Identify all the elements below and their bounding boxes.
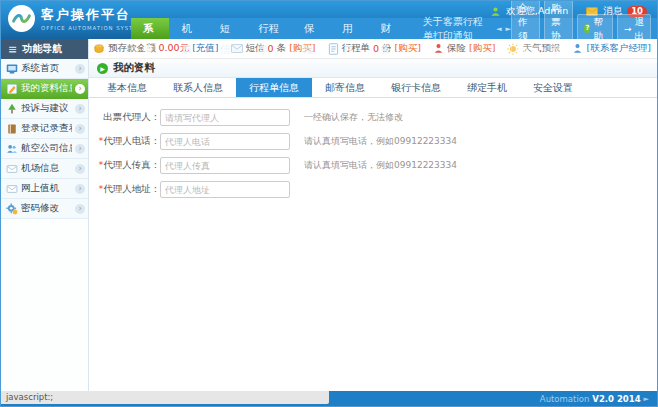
logo-swirl-icon (8, 5, 35, 32)
document-icon (328, 43, 339, 55)
sms-envelope-icon (231, 44, 243, 53)
edit-icon (6, 83, 18, 95)
tab-security-settings[interactable]: 安全设置 (520, 78, 586, 97)
agent-name-hint: 一经确认保存，无法修改 (304, 111, 403, 124)
help-button[interactable]: ?帮助 (577, 14, 613, 44)
chevron-right-icon: › (75, 164, 85, 174)
chevron-right-icon: › (75, 84, 85, 94)
agent-name-input[interactable] (160, 109, 290, 126)
sidebar-title: 功能导航 (22, 42, 62, 56)
agent-fax-hint: 请认真填写电话，例如09912223334 (304, 159, 457, 172)
nav-tab-insurance[interactable]: 保险 (292, 18, 330, 39)
agent-address-input[interactable] (160, 181, 290, 198)
nav-tab-sms[interactable]: 短信 (208, 18, 246, 39)
sms-unit: 条 (277, 42, 287, 55)
insurance-person-icon (433, 43, 444, 54)
form-row: *代理人地址 : (89, 181, 657, 198)
book-icon (6, 123, 18, 135)
content-header: ▶ 我的资料 (89, 59, 657, 78)
chevron-right-icon: › (75, 184, 85, 194)
chevron-right-icon: › (75, 64, 85, 74)
help-icon: ? (584, 24, 590, 33)
chevron-right-icon: › (75, 144, 85, 154)
sidebar-item-airports[interactable]: 机场信息 › (1, 159, 88, 179)
recharge-link[interactable]: [充值] (192, 42, 218, 55)
tab-bind-phone[interactable]: 绑定手机 (454, 78, 520, 97)
agent-address-label: 代理人地址 : (103, 183, 157, 194)
page-title: 我的资料 (113, 61, 155, 75)
tab-basic-info[interactable]: 基本信息 (94, 78, 160, 97)
top-header: 客户操作平台 OFFICE AUTOMATION SYSTEM 欢迎您,Admi… (1, 1, 657, 39)
form-row: *代理人传真 : 请认真填写电话，例如09912223334 (89, 157, 657, 174)
browser-status-text: javascript:; (1, 391, 329, 404)
sidebar: ≡ 功能导航 系统首页 › 我的资料信息 › 投诉与建议 › 登录记录查看 (1, 39, 89, 391)
nav-tab-finance[interactable]: 财务 (368, 18, 406, 39)
chevron-right-icon: › (75, 204, 85, 214)
tab-contact-info[interactable]: 联系人信息 (160, 78, 236, 97)
nav-tab-users[interactable]: 用户 (330, 18, 368, 39)
monitor-icon (6, 63, 18, 75)
sidebar-item-online-checkin[interactable]: 网上值机 › (1, 179, 88, 199)
contact-manager-link[interactable]: [联系客户经理] (586, 42, 650, 55)
agent-fax-label: 代理人传真 : (103, 159, 157, 170)
app-window: 客户操作平台 OFFICE AUTOMATION SYSTEM 欢迎您,Admi… (0, 0, 658, 407)
menu-icon: ≡ (8, 43, 17, 56)
insurance-buy-link[interactable]: [购买] (469, 42, 495, 55)
form-row: *代理人电话 : 请认真填写电话，例如09912223334 (89, 133, 657, 150)
nav-tab-tickets[interactable]: 机票 (169, 18, 207, 39)
footer-bar: javascript:; Automation V2.0 2014 ► (1, 391, 657, 406)
sidebar-header: ≡ 功能导航 (1, 39, 88, 59)
app-subtitle: OFFICE AUTOMATION SYSTEM (41, 24, 143, 30)
agent-name-label: 出票代理人 : (103, 111, 157, 122)
itinerary-count: 0 (373, 43, 379, 54)
mail-icon (6, 183, 18, 195)
ticket-agreement-button[interactable]: 购票协议 (544, 0, 573, 58)
notice-prev-icon[interactable]: ◄ (496, 25, 501, 33)
exit-icon: → (624, 22, 632, 36)
chevron-right-icon: › (75, 104, 85, 114)
sidebar-item-login-records[interactable]: 登录记录查看 › (1, 119, 88, 139)
version-prefix: Automation (540, 394, 590, 404)
main-nav: 系统 机票 短信 行程单 保险 用户 财务 关于客票行程单打印通知 ◄ ► 合作… (131, 18, 657, 39)
sidebar-item-home[interactable]: 系统首页 › (1, 59, 88, 79)
users-icon (6, 143, 18, 155)
nav-tab-system[interactable]: 系统 (131, 18, 169, 39)
chevron-right-icon: › (75, 124, 85, 134)
contact-person-icon (572, 43, 583, 54)
form-row: 出票代理人 : 一经确认保存，无法修改 (89, 109, 657, 126)
sidebar-item-my-profile[interactable]: 我的资料信息 › (1, 79, 88, 99)
tab-mailing-info[interactable]: 邮寄信息 (312, 78, 378, 97)
itinerary-agent-form: 出票代理人 : 一经确认保存，无法修改 *代理人电话 : 请认真填写电话，例如0… (89, 98, 657, 391)
notice-text[interactable]: 关于客票行程单打印通知 (423, 15, 492, 43)
cooperation-notice-button[interactable]: 合作须知 (511, 0, 540, 58)
itinerary-buy-link[interactable]: [购买] (395, 42, 421, 55)
mail-icon (6, 163, 18, 175)
agent-phone-label: 代理人电话 : (103, 135, 157, 146)
coins-icon (93, 43, 105, 55)
sidebar-item-feedback[interactable]: 投诉与建议 › (1, 99, 88, 119)
nav-tab-itinerary[interactable]: 行程单 (246, 18, 292, 39)
gear-icon (6, 203, 18, 215)
section-play-icon: ▶ (97, 63, 108, 74)
logout-button[interactable]: →退出 (617, 14, 651, 44)
agent-fax-input[interactable] (160, 157, 290, 174)
tree-icon (6, 103, 18, 115)
profile-tabs: 基本信息 联系人信息 行程单信息 邮寄信息 银行卡信息 绑定手机 安全设置 (89, 78, 657, 98)
agent-phone-hint: 请认真填写电话，例如09912223334 (304, 135, 457, 148)
version-number: V2.0 2014 (592, 394, 640, 404)
agent-phone-input[interactable] (160, 133, 290, 150)
tab-itinerary-info[interactable]: 行程单信息 (236, 78, 312, 97)
sidebar-item-change-password[interactable]: 密码修改 › (1, 199, 88, 219)
insurance-label: 保险 (447, 42, 466, 55)
sidebar-item-airlines[interactable]: 航空公司信息 › (1, 139, 88, 159)
tab-bank-card-info[interactable]: 银行卡信息 (378, 78, 454, 97)
version-arrow-icon: ► (644, 395, 649, 403)
